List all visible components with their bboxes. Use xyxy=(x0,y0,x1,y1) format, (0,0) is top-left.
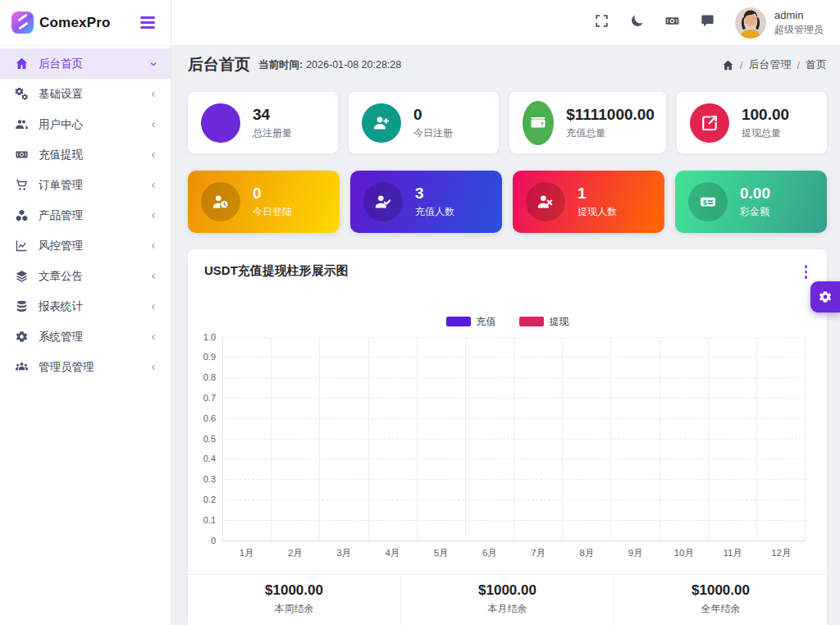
breadcrumb: /后台管理/首页 xyxy=(722,57,827,72)
home-icon[interactable] xyxy=(722,59,734,71)
sidebar-item-settings[interactable]: 基础设置 xyxy=(0,79,171,109)
balance-item: $1000.00本周结余 xyxy=(188,575,400,625)
sidebar-item-users[interactable]: 用户中心 xyxy=(0,109,171,139)
stat-card-icon-wrap xyxy=(690,103,729,143)
chevron-left-icon xyxy=(148,332,158,342)
y-tick-label: 0.3 xyxy=(203,474,216,484)
money-icon xyxy=(664,13,680,29)
chevron-left-icon xyxy=(148,150,158,160)
fullscreen-icon xyxy=(594,13,609,29)
plot-grid xyxy=(222,337,806,541)
legend-item[interactable]: 充值 xyxy=(446,315,496,329)
stat-value: 0 xyxy=(253,185,292,203)
legend-item[interactable]: 提现 xyxy=(519,315,569,329)
stat-card: 34总注册量 xyxy=(188,92,338,153)
fullscreen-button[interactable] xyxy=(594,13,609,32)
chevron-left-icon xyxy=(148,120,158,130)
sidebar-item-risk[interactable]: 风控管理 xyxy=(0,230,171,261)
user-menu[interactable]: admin 超级管理员 xyxy=(735,7,824,39)
y-tick-label: 0.1 xyxy=(203,515,216,525)
gradient-cards-row: 0今日登陆3充值人数1提现人数$0.00彩金额 xyxy=(188,171,827,233)
x-tick-label: 8月 xyxy=(563,547,611,559)
sidebar-item-recharge[interactable]: 充值提现 xyxy=(0,139,171,170)
balance-label: 全年结余 xyxy=(614,602,827,616)
sidebar-item-label: 风控管理 xyxy=(39,239,83,253)
finance-button[interactable] xyxy=(664,13,680,32)
sidebar-item-admins[interactable]: 管理员管理 xyxy=(0,352,171,382)
sidebar-item-system[interactable]: 系统管理 xyxy=(0,322,171,352)
balance-footer: $1000.00本周结余$1000.00本月结余$1000.00全年结余 xyxy=(188,574,827,625)
main-column: admin 超级管理员 后台首页 当前时间:2026-01-08 20:28:2… xyxy=(171,0,840,625)
plot-category-cell xyxy=(369,337,418,541)
stat-card-icon-wrap xyxy=(201,182,240,221)
settings-fab[interactable] xyxy=(810,281,840,312)
user-x-icon xyxy=(536,192,555,212)
sidebar-item-label: 基础设置 xyxy=(39,87,83,102)
user-clock-icon xyxy=(211,192,231,212)
y-tick-label: 0.9 xyxy=(203,352,216,362)
x-axis: 1月2月3月4月5月6月7月8月9月10月11月12月 xyxy=(222,547,806,559)
sidebar-header: ComexPro xyxy=(0,0,171,46)
plot-category-cell xyxy=(223,337,272,541)
user-name: admin xyxy=(774,9,824,21)
plot-category-cell xyxy=(611,337,660,541)
plot-category-cell xyxy=(757,337,806,541)
brand[interactable]: ComexPro xyxy=(11,11,111,34)
topbar-actions xyxy=(594,13,715,32)
sidebar-item-label: 充值提现 xyxy=(39,148,83,162)
sidebar-item-label: 用户中心 xyxy=(39,117,83,132)
x-tick-label: 3月 xyxy=(320,547,368,559)
y-tick-label: 0.5 xyxy=(203,434,216,444)
stat-label: 总注册量 xyxy=(253,126,292,140)
current-time: 当前时间:2026-01-08 20:28:28 xyxy=(258,58,401,72)
user-check-icon xyxy=(373,192,393,212)
x-tick-label: 6月 xyxy=(465,547,514,559)
stat-card-icon-wrap: $ xyxy=(688,182,728,221)
page-title: 后台首页 xyxy=(188,54,250,75)
sidebar-item-reports[interactable]: 报表统计 xyxy=(0,291,171,322)
sidebar: ComexPro 后台首页基础设置用户中心充值提现订单管理产品管理风控管理文章公… xyxy=(0,0,171,625)
breadcrumb-item[interactable]: 后台管理 xyxy=(748,57,791,72)
breadcrumb-item[interactable]: 首页 xyxy=(806,57,827,72)
stat-card-icon-wrap xyxy=(363,182,403,221)
y-axis: 1.00.90.80.70.60.50.40.30.20.10 xyxy=(196,337,222,541)
sidebar-item-orders[interactable]: 订单管理 xyxy=(0,170,171,200)
user-role: 超级管理员 xyxy=(774,23,824,37)
gear-icon xyxy=(818,290,833,304)
user-meta: admin 超级管理员 xyxy=(774,9,824,37)
stat-value: 0 xyxy=(413,106,453,124)
messages-button[interactable] xyxy=(700,13,715,32)
stat-value: $1111000.00 xyxy=(566,106,655,124)
layers-icon xyxy=(14,269,30,283)
sidebar-menu: 后台首页基础设置用户中心充值提现订单管理产品管理风控管理文章公告报表统计系统管理… xyxy=(0,46,171,382)
users-icon xyxy=(14,117,30,131)
sidebar-item-products[interactable]: 产品管理 xyxy=(0,200,171,230)
stat-card-icon-wrap xyxy=(201,103,240,143)
kebab-menu-icon[interactable] xyxy=(800,263,813,281)
stat-card: $1111000.00充值总量 xyxy=(509,92,666,153)
darkmode-button[interactable] xyxy=(629,13,645,32)
sidebar-item-label: 系统管理 xyxy=(39,330,83,344)
y-tick-label: 0 xyxy=(211,536,216,545)
gears-icon xyxy=(14,87,30,101)
chart-plot-area: 1.00.90.80.70.60.50.40.30.20.10 1月2月3月4月… xyxy=(188,329,827,559)
stat-value: 0.00 xyxy=(740,185,770,203)
balance-label: 本周结余 xyxy=(188,602,400,616)
stat-label: 今日登陆 xyxy=(253,205,292,219)
gradient-stat-card: 0今日登陆 xyxy=(188,171,340,233)
sidebar-item-label: 管理员管理 xyxy=(39,360,94,375)
balance-value: $1000.00 xyxy=(614,582,827,599)
x-tick-label: 11月 xyxy=(709,547,757,559)
stat-card-icon-wrap xyxy=(526,182,565,221)
sidebar-item-label: 产品管理 xyxy=(39,208,83,223)
sidebar-item-articles[interactable]: 文章公告 xyxy=(0,261,171,291)
plot-category-cell xyxy=(514,337,563,541)
stat-label: 今日注册 xyxy=(413,126,453,140)
hamburger-menu-icon[interactable] xyxy=(138,14,158,31)
stat-label: 彩金额 xyxy=(740,205,770,219)
gradient-stat-card: $0.00彩金额 xyxy=(675,171,827,233)
sidebar-item-home[interactable]: 后台首页 xyxy=(0,48,171,79)
stat-label: 充值人数 xyxy=(415,205,454,219)
gear-icon xyxy=(14,330,30,344)
home-icon xyxy=(14,57,30,71)
